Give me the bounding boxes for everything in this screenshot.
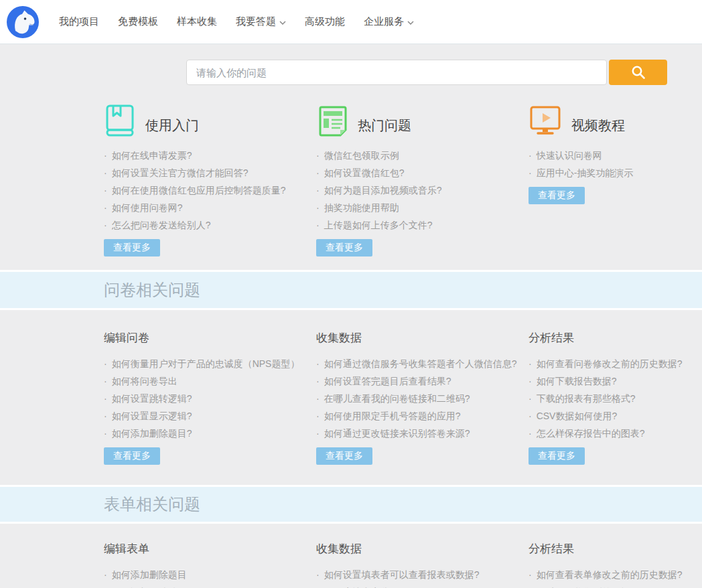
search-bar	[186, 60, 702, 85]
question-list: 如何设置填表者可以查看报表或数据? 如何为填表者分配人员?	[316, 566, 529, 588]
nav-label: 免费模板	[118, 15, 158, 28]
view-more-button[interactable]: 查看更多	[316, 447, 372, 465]
question-link[interactable]: 如何查看表单修改之前的历史数据?	[529, 566, 702, 583]
question-link[interactable]: 微信红包领取示例	[316, 147, 529, 164]
question-link[interactable]: 如何查看问卷修改之前的历史数据?	[529, 355, 702, 372]
help-col-getting-started: 使用入门 如何在线申请发票? 如何设置关注官方微信才能回答? 如何在使用微信红包…	[104, 104, 316, 256]
nav-sample-collection[interactable]: 样本收集	[177, 15, 217, 28]
question-list: 如何查看问卷修改之前的历史数据? 如何下载报告数据? 下载的报表有那些格式? C…	[529, 355, 702, 442]
chevron-down-icon	[407, 21, 414, 25]
question-link[interactable]: 如何为题目添加视频或音乐?	[316, 181, 529, 199]
question-list: 如何查看表单修改之前的历史数据? 可以修改收集到的数据吗?	[529, 566, 702, 588]
question-link[interactable]: 如何设置填表者可以查看报表或数据?	[316, 566, 529, 583]
nav-free-templates[interactable]: 免费模板	[118, 15, 158, 28]
wenjuan-logo[interactable]	[7, 6, 39, 38]
search-icon	[630, 64, 647, 81]
column-title: 分析结果	[529, 541, 702, 557]
survey-questions-section: 编辑问卷 如何衡量用户对于产品的忠诚度（NPS题型） 如何将问卷导出 如何设置跳…	[0, 310, 702, 485]
question-list: 如何添加删除题目 如何添加删除选项?	[104, 566, 316, 588]
form-col-collect: 收集数据 如何设置填表者可以查看报表或数据? 如何为填表者分配人员?	[316, 541, 529, 588]
question-link[interactable]: 如何下载报告数据?	[529, 372, 702, 390]
question-link[interactable]: 怎么样保存报告中的图表?	[529, 425, 702, 442]
view-more-button[interactable]: 查看更多	[529, 187, 585, 204]
book-icon	[104, 104, 136, 137]
nav-advanced-features[interactable]: 高级功能	[305, 15, 345, 28]
question-list: 如何通过微信服务号收集答题者个人微信信息? 如何设置答完题目后查看结果? 在哪儿…	[316, 355, 529, 442]
survey-columns: 编辑问卷 如何衡量用户对于产品的忠诚度（NPS题型） 如何将问卷导出 如何设置跳…	[104, 330, 702, 465]
question-link[interactable]: 如何设置关注官方微信才能回答?	[104, 164, 316, 181]
chevron-down-icon	[279, 21, 286, 25]
nav-enterprise-services[interactable]: 企业服务	[364, 15, 414, 28]
question-link[interactable]: 应用中心-抽奖功能演示	[529, 164, 702, 181]
column-title: 收集数据	[316, 330, 529, 346]
question-link[interactable]: 如何通过微信服务号收集答题者个人微信信息?	[316, 355, 529, 372]
question-link[interactable]: 如何添加删除题目?	[104, 425, 316, 442]
question-link[interactable]: 如何设置微信红包?	[316, 164, 529, 181]
question-link[interactable]: 如何为填表者分配人员?	[316, 583, 529, 588]
question-link[interactable]: 怎么把问卷发送给别人?	[104, 216, 316, 234]
category-header: 热门问题	[316, 104, 529, 137]
question-link[interactable]: 如何设置跳转逻辑?	[104, 390, 316, 407]
question-link[interactable]: 如何通过更改链接来识别答卷来源?	[316, 425, 529, 442]
question-link[interactable]: 如何使用限定手机号答题的应用?	[316, 407, 529, 425]
news-icon	[316, 104, 348, 137]
question-list: 微信红包领取示例 如何设置微信红包? 如何为题目添加视频或音乐? 抽奖功能使用帮…	[316, 147, 529, 234]
column-title: 编辑表单	[104, 541, 316, 557]
question-list: 如何衡量用户对于产品的忠诚度（NPS题型） 如何将问卷导出 如何设置跳转逻辑? …	[104, 355, 316, 442]
question-link[interactable]: 如何在线申请发票?	[104, 147, 316, 164]
question-link[interactable]: CSV数据如何使用?	[529, 407, 702, 425]
question-list: 快速认识问卷网 应用中心-抽奖功能演示	[529, 147, 702, 181]
dog-logo-icon	[7, 6, 39, 38]
search-button[interactable]	[609, 60, 667, 85]
question-link[interactable]: 如何添加删除题目	[104, 566, 316, 583]
nav-label: 我的项目	[59, 15, 99, 28]
survey-section-title: 问卷相关问题	[104, 279, 200, 301]
video-icon	[529, 104, 562, 137]
form-col-analyze: 分析结果 如何查看表单修改之前的历史数据? 可以修改收集到的数据吗?	[529, 541, 702, 588]
category-header: 视频教程	[529, 104, 702, 137]
view-more-button[interactable]: 查看更多	[529, 447, 585, 465]
category-title: 热门问题	[358, 117, 411, 137]
survey-section-band: 问卷相关问题	[0, 272, 702, 308]
column-title: 收集数据	[316, 541, 529, 557]
help-col-video-tutorials: 视频教程 快速认识问卷网 应用中心-抽奖功能演示 查看更多	[529, 104, 702, 256]
question-link[interactable]: 如何将问卷导出	[104, 372, 316, 390]
nav-my-projects[interactable]: 我的项目	[59, 15, 99, 28]
question-link[interactable]: 可以修改收集到的数据吗?	[529, 583, 702, 588]
help-col-hot-questions: 热门问题 微信红包领取示例 如何设置微信红包? 如何为题目添加视频或音乐? 抽奖…	[316, 104, 529, 256]
nav-label: 企业服务	[364, 15, 404, 28]
question-link[interactable]: 在哪儿查看我的问卷链接和二维码?	[316, 390, 529, 407]
category-header: 使用入门	[104, 104, 316, 137]
view-more-button[interactable]: 查看更多	[316, 239, 372, 256]
form-col-edit: 编辑表单 如何添加删除题目 如何添加删除选项?	[104, 541, 316, 588]
view-more-button[interactable]: 查看更多	[104, 239, 160, 256]
question-link[interactable]: 下载的报表有那些格式?	[529, 390, 702, 407]
nav-label: 高级功能	[305, 15, 345, 28]
nav-label: 我要答题	[236, 15, 276, 28]
top-navbar: 我的项目 免费模板 样本收集 我要答题 高级功能 企业服务	[0, 0, 702, 44]
question-link[interactable]: 上传题如何上传多个文件?	[316, 216, 529, 234]
nav-label: 样本收集	[177, 15, 217, 28]
category-title: 使用入门	[145, 117, 199, 137]
form-section-title: 表单相关问题	[104, 494, 200, 515]
view-more-button[interactable]: 查看更多	[104, 447, 160, 465]
question-link[interactable]: 如何在使用微信红包应用后控制答题质量?	[104, 181, 316, 199]
form-section-band: 表单相关问题	[0, 487, 702, 522]
column-title: 编辑问卷	[104, 330, 316, 346]
help-hero-section: 使用入门 如何在线申请发票? 如何设置关注官方微信才能回答? 如何在使用微信红包…	[0, 44, 702, 270]
search-input[interactable]	[186, 60, 607, 85]
form-questions-section: 编辑表单 如何添加删除题目 如何添加删除选项? 收集数据 如何设置填表者可以查看…	[0, 524, 702, 588]
nav-answer-surveys[interactable]: 我要答题	[236, 15, 286, 28]
question-link[interactable]: 抽奖功能使用帮助	[316, 199, 529, 216]
survey-col-edit: 编辑问卷 如何衡量用户对于产品的忠诚度（NPS题型） 如何将问卷导出 如何设置跳…	[104, 330, 316, 465]
main-menu: 我的项目 免费模板 样本收集 我要答题 高级功能 企业服务	[59, 15, 414, 28]
question-link[interactable]: 如何添加删除选项?	[104, 583, 316, 588]
form-columns: 编辑表单 如何添加删除题目 如何添加删除选项? 收集数据 如何设置填表者可以查看…	[104, 541, 702, 588]
category-title: 视频教程	[571, 117, 625, 137]
survey-col-analyze: 分析结果 如何查看问卷修改之前的历史数据? 如何下载报告数据? 下载的报表有那些…	[529, 330, 702, 465]
question-link[interactable]: 快速认识问卷网	[529, 147, 702, 164]
question-link[interactable]: 如何设置显示逻辑?	[104, 407, 316, 425]
question-link[interactable]: 如何使用问卷网?	[104, 199, 316, 216]
question-link[interactable]: 如何衡量用户对于产品的忠诚度（NPS题型）	[104, 355, 316, 372]
question-link[interactable]: 如何设置答完题目后查看结果?	[316, 372, 529, 390]
